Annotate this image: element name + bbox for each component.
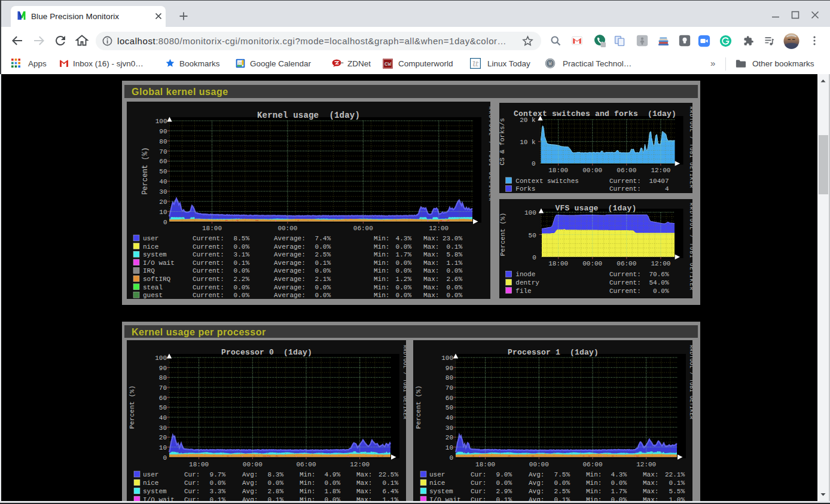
svg-text:2.5%: 2.5% xyxy=(315,251,331,258)
svg-text:0.1%: 0.1% xyxy=(315,259,331,267)
svg-text:CW: CW xyxy=(385,61,392,68)
svg-text:Current:: Current: xyxy=(193,243,224,251)
svg-text:5.8%: 5.8% xyxy=(447,251,463,258)
svg-text:Min:: Min: xyxy=(586,488,602,495)
svg-text:Min:: Min: xyxy=(374,292,389,299)
svg-text:0.0%: 0.0% xyxy=(234,292,250,299)
svg-text:user: user xyxy=(143,471,158,478)
svg-text:RRDTOOL / TOBI OETIKER: RRDTOOL / TOBI OETIKER xyxy=(688,345,692,420)
svg-text:06:00: 06:00 xyxy=(353,225,373,232)
svg-text:nice: nice xyxy=(143,243,158,251)
svg-text:0.0%: 0.0% xyxy=(396,284,412,291)
svg-text:9.0%: 9.0% xyxy=(496,471,512,478)
svg-text:8.5%: 8.5% xyxy=(234,235,250,242)
svg-text:60: 60 xyxy=(159,158,167,165)
svg-text:0.0%: 0.0% xyxy=(210,479,226,487)
svg-text:50: 50 xyxy=(159,404,167,411)
svg-text:Current:: Current: xyxy=(609,288,641,295)
svg-text:Min:: Min: xyxy=(374,259,389,267)
svg-text:70: 70 xyxy=(445,384,453,392)
svg-text:0.0%: 0.0% xyxy=(396,259,412,267)
svg-text:0.0%: 0.0% xyxy=(325,479,341,487)
svg-text:4.3%: 4.3% xyxy=(396,235,412,242)
svg-text:dentry: dentry xyxy=(515,279,539,286)
svg-text:Min:: Min: xyxy=(300,471,315,478)
svg-text:00:00: 00:00 xyxy=(243,461,263,468)
svg-text:0: 0 xyxy=(163,454,167,462)
svg-text:RRDTOOL / TOBI OETIKER: RRDTOOL / TOBI OETIKER xyxy=(487,106,490,202)
svg-text:Context switches and forks (1: Context switches and forks (1day) xyxy=(514,109,676,118)
svg-text:0.1%: 0.1% xyxy=(447,243,463,251)
svg-text:2.9%: 2.9% xyxy=(496,488,512,495)
svg-text:60: 60 xyxy=(445,395,453,402)
svg-text:00:00: 00:00 xyxy=(277,225,297,232)
svg-text:2.8%: 2.8% xyxy=(268,488,284,495)
svg-text:10: 10 xyxy=(445,444,453,451)
svg-text:0.0%: 0.0% xyxy=(315,284,331,291)
svg-text:inode: inode xyxy=(515,271,535,278)
svg-text:0.1%: 0.1% xyxy=(383,479,399,487)
svg-text:Average:: Average: xyxy=(274,276,306,283)
svg-text:12:00: 12:00 xyxy=(429,225,448,232)
svg-text:0.0%: 0.0% xyxy=(396,292,412,299)
svg-text:Average:: Average: xyxy=(274,284,306,291)
svg-text:system: system xyxy=(143,251,167,258)
svg-text:70: 70 xyxy=(159,148,167,155)
svg-text:10: 10 xyxy=(159,209,167,216)
svg-text:18:00: 18:00 xyxy=(548,260,568,267)
svg-text:3.3%: 3.3% xyxy=(210,488,226,495)
svg-text:0.0%: 0.0% xyxy=(496,479,512,487)
svg-text:2.2%: 2.2% xyxy=(234,276,250,283)
svg-text:22.1%: 22.1% xyxy=(665,471,685,478)
svg-text:Average:: Average: xyxy=(274,243,306,251)
svg-text:1.7%: 1.7% xyxy=(396,251,412,258)
svg-text:12:00: 12:00 xyxy=(651,167,670,174)
svg-text:12:00: 12:00 xyxy=(350,461,370,468)
svg-text:steal: steal xyxy=(143,284,163,291)
svg-text:Cur:: Cur: xyxy=(471,488,486,495)
svg-text:1.2%: 1.2% xyxy=(396,276,412,283)
svg-text:0.0%: 0.0% xyxy=(611,479,627,487)
svg-text:IRQ: IRQ xyxy=(143,267,155,274)
svg-text:W: W xyxy=(548,61,552,67)
svg-text:user: user xyxy=(143,235,158,242)
svg-text:Min:: Min: xyxy=(586,471,602,478)
svg-text:Forks: Forks xyxy=(515,185,535,193)
svg-text:22.5%: 22.5% xyxy=(379,471,398,478)
svg-text:Average:: Average: xyxy=(274,267,306,274)
svg-text:0.0%: 0.0% xyxy=(447,267,463,274)
svg-text:Current:: Current: xyxy=(193,276,224,283)
svg-text:70: 70 xyxy=(159,384,167,392)
svg-text:0: 0 xyxy=(532,160,536,167)
svg-text:Max:: Max: xyxy=(356,488,372,495)
svg-text:Current:: Current: xyxy=(193,284,224,291)
svg-text:10407: 10407 xyxy=(649,178,669,185)
svg-text:0.0%: 0.0% xyxy=(234,267,250,274)
svg-text:Max:: Max: xyxy=(423,267,439,274)
svg-text:Min:: Min: xyxy=(374,243,389,251)
svg-text:Kernel usage (1day): Kernel usage (1day) xyxy=(257,111,360,120)
svg-text:10: 10 xyxy=(159,444,167,451)
svg-text:06:00: 06:00 xyxy=(617,260,636,267)
svg-text:3.1%: 3.1% xyxy=(234,251,250,258)
svg-text:40: 40 xyxy=(445,414,453,421)
svg-text:Average:: Average: xyxy=(274,292,306,299)
svg-text:50: 50 xyxy=(159,168,167,175)
svg-text:9.7%: 9.7% xyxy=(210,471,226,478)
svg-text:18:00: 18:00 xyxy=(202,225,222,232)
svg-text:2.6%: 2.6% xyxy=(447,276,463,283)
svg-text:1.7%: 1.7% xyxy=(611,488,627,495)
svg-text:RRDTOOL / TOBI OETIKER: RRDTOOL / TOBI OETIKER xyxy=(688,106,692,189)
svg-text:0: 0 xyxy=(449,454,453,462)
svg-text:system: system xyxy=(429,488,453,495)
svg-text:50: 50 xyxy=(445,404,453,411)
svg-text:0.0%: 0.0% xyxy=(268,479,284,487)
svg-text:Average:: Average: xyxy=(274,235,306,242)
svg-text:user: user xyxy=(429,471,445,478)
svg-text:Current:: Current: xyxy=(193,259,224,267)
svg-text:Max:: Max: xyxy=(356,479,372,487)
svg-text:Current:: Current: xyxy=(193,292,224,299)
svg-text:0.0%: 0.0% xyxy=(447,292,463,299)
svg-text:Current:: Current: xyxy=(609,279,641,286)
svg-text:Cur:: Cur: xyxy=(184,488,200,495)
